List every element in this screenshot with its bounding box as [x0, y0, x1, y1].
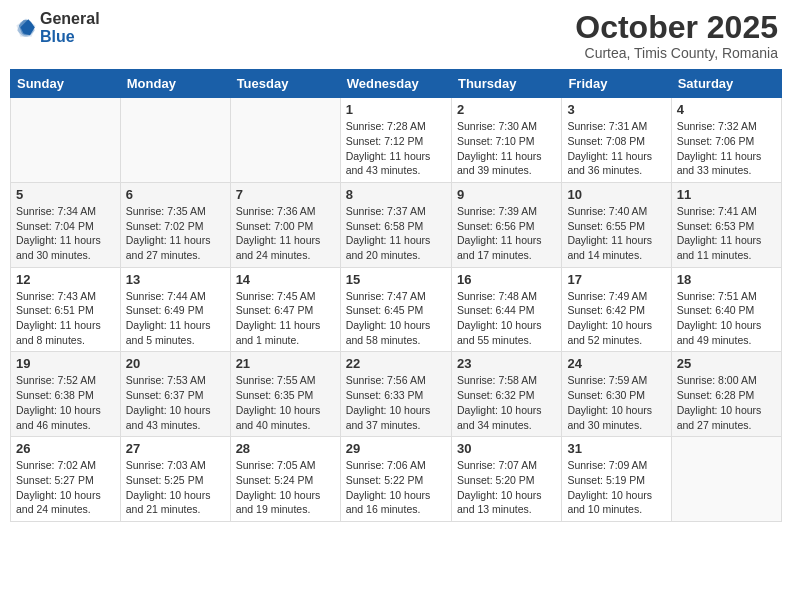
day-info: Sunrise: 7:59 AMSunset: 6:30 PMDaylight:…	[567, 373, 665, 432]
col-monday: Monday	[120, 70, 230, 98]
day-info: Sunrise: 7:44 AMSunset: 6:49 PMDaylight:…	[126, 289, 225, 348]
month-title: October 2025	[575, 10, 778, 45]
day-number: 29	[346, 441, 446, 456]
table-row: 22Sunrise: 7:56 AMSunset: 6:33 PMDayligh…	[340, 352, 451, 437]
day-info: Sunrise: 7:28 AMSunset: 7:12 PMDaylight:…	[346, 119, 446, 178]
col-friday: Friday	[562, 70, 671, 98]
day-info: Sunrise: 7:47 AMSunset: 6:45 PMDaylight:…	[346, 289, 446, 348]
col-saturday: Saturday	[671, 70, 781, 98]
title-section: October 2025 Curtea, Timis County, Roman…	[575, 10, 778, 61]
day-info: Sunrise: 7:52 AMSunset: 6:38 PMDaylight:…	[16, 373, 115, 432]
table-row: 19Sunrise: 7:52 AMSunset: 6:38 PMDayligh…	[11, 352, 121, 437]
day-number: 22	[346, 356, 446, 371]
table-row: 9Sunrise: 7:39 AMSunset: 6:56 PMDaylight…	[451, 182, 561, 267]
calendar-week-row: 1Sunrise: 7:28 AMSunset: 7:12 PMDaylight…	[11, 98, 782, 183]
table-row: 6Sunrise: 7:35 AMSunset: 7:02 PMDaylight…	[120, 182, 230, 267]
day-number: 2	[457, 102, 556, 117]
day-info: Sunrise: 7:40 AMSunset: 6:55 PMDaylight:…	[567, 204, 665, 263]
day-info: Sunrise: 7:48 AMSunset: 6:44 PMDaylight:…	[457, 289, 556, 348]
day-number: 9	[457, 187, 556, 202]
table-row: 27Sunrise: 7:03 AMSunset: 5:25 PMDayligh…	[120, 437, 230, 522]
day-number: 31	[567, 441, 665, 456]
day-number: 11	[677, 187, 776, 202]
day-number: 8	[346, 187, 446, 202]
day-number: 1	[346, 102, 446, 117]
day-number: 4	[677, 102, 776, 117]
table-row: 23Sunrise: 7:58 AMSunset: 6:32 PMDayligh…	[451, 352, 561, 437]
table-row: 31Sunrise: 7:09 AMSunset: 5:19 PMDayligh…	[562, 437, 671, 522]
day-info: Sunrise: 8:00 AMSunset: 6:28 PMDaylight:…	[677, 373, 776, 432]
page-header: General Blue October 2025 Curtea, Timis …	[10, 10, 782, 61]
table-row: 17Sunrise: 7:49 AMSunset: 6:42 PMDayligh…	[562, 267, 671, 352]
day-number: 14	[236, 272, 335, 287]
day-info: Sunrise: 7:31 AMSunset: 7:08 PMDaylight:…	[567, 119, 665, 178]
col-sunday: Sunday	[11, 70, 121, 98]
day-number: 26	[16, 441, 115, 456]
col-tuesday: Tuesday	[230, 70, 340, 98]
table-row: 21Sunrise: 7:55 AMSunset: 6:35 PMDayligh…	[230, 352, 340, 437]
day-info: Sunrise: 7:06 AMSunset: 5:22 PMDaylight:…	[346, 458, 446, 517]
table-row	[671, 437, 781, 522]
day-number: 15	[346, 272, 446, 287]
day-number: 20	[126, 356, 225, 371]
table-row: 7Sunrise: 7:36 AMSunset: 7:00 PMDaylight…	[230, 182, 340, 267]
day-number: 5	[16, 187, 115, 202]
day-number: 10	[567, 187, 665, 202]
day-info: Sunrise: 7:32 AMSunset: 7:06 PMDaylight:…	[677, 119, 776, 178]
table-row: 15Sunrise: 7:47 AMSunset: 6:45 PMDayligh…	[340, 267, 451, 352]
day-info: Sunrise: 7:49 AMSunset: 6:42 PMDaylight:…	[567, 289, 665, 348]
table-row: 14Sunrise: 7:45 AMSunset: 6:47 PMDayligh…	[230, 267, 340, 352]
day-info: Sunrise: 7:39 AMSunset: 6:56 PMDaylight:…	[457, 204, 556, 263]
table-row: 13Sunrise: 7:44 AMSunset: 6:49 PMDayligh…	[120, 267, 230, 352]
day-number: 21	[236, 356, 335, 371]
table-row: 16Sunrise: 7:48 AMSunset: 6:44 PMDayligh…	[451, 267, 561, 352]
day-number: 7	[236, 187, 335, 202]
table-row: 30Sunrise: 7:07 AMSunset: 5:20 PMDayligh…	[451, 437, 561, 522]
day-info: Sunrise: 7:36 AMSunset: 7:00 PMDaylight:…	[236, 204, 335, 263]
table-row: 1Sunrise: 7:28 AMSunset: 7:12 PMDaylight…	[340, 98, 451, 183]
day-number: 24	[567, 356, 665, 371]
table-row: 20Sunrise: 7:53 AMSunset: 6:37 PMDayligh…	[120, 352, 230, 437]
day-info: Sunrise: 7:34 AMSunset: 7:04 PMDaylight:…	[16, 204, 115, 263]
table-row: 11Sunrise: 7:41 AMSunset: 6:53 PMDayligh…	[671, 182, 781, 267]
day-number: 19	[16, 356, 115, 371]
day-number: 25	[677, 356, 776, 371]
logo-blue-text: Blue	[40, 28, 75, 45]
day-info: Sunrise: 7:45 AMSunset: 6:47 PMDaylight:…	[236, 289, 335, 348]
calendar-table: Sunday Monday Tuesday Wednesday Thursday…	[10, 69, 782, 522]
col-thursday: Thursday	[451, 70, 561, 98]
table-row	[120, 98, 230, 183]
day-number: 12	[16, 272, 115, 287]
day-info: Sunrise: 7:30 AMSunset: 7:10 PMDaylight:…	[457, 119, 556, 178]
table-row	[230, 98, 340, 183]
table-row: 18Sunrise: 7:51 AMSunset: 6:40 PMDayligh…	[671, 267, 781, 352]
table-row: 4Sunrise: 7:32 AMSunset: 7:06 PMDaylight…	[671, 98, 781, 183]
table-row: 28Sunrise: 7:05 AMSunset: 5:24 PMDayligh…	[230, 437, 340, 522]
col-wednesday: Wednesday	[340, 70, 451, 98]
day-number: 30	[457, 441, 556, 456]
logo: General Blue	[14, 10, 100, 46]
day-info: Sunrise: 7:02 AMSunset: 5:27 PMDaylight:…	[16, 458, 115, 517]
day-number: 6	[126, 187, 225, 202]
calendar-week-row: 19Sunrise: 7:52 AMSunset: 6:38 PMDayligh…	[11, 352, 782, 437]
day-info: Sunrise: 7:37 AMSunset: 6:58 PMDaylight:…	[346, 204, 446, 263]
day-info: Sunrise: 7:55 AMSunset: 6:35 PMDaylight:…	[236, 373, 335, 432]
day-info: Sunrise: 7:35 AMSunset: 7:02 PMDaylight:…	[126, 204, 225, 263]
logo-general-text: General	[40, 10, 100, 27]
day-info: Sunrise: 7:03 AMSunset: 5:25 PMDaylight:…	[126, 458, 225, 517]
table-row: 3Sunrise: 7:31 AMSunset: 7:08 PMDaylight…	[562, 98, 671, 183]
day-info: Sunrise: 7:51 AMSunset: 6:40 PMDaylight:…	[677, 289, 776, 348]
day-number: 16	[457, 272, 556, 287]
day-info: Sunrise: 7:05 AMSunset: 5:24 PMDaylight:…	[236, 458, 335, 517]
day-number: 13	[126, 272, 225, 287]
day-number: 28	[236, 441, 335, 456]
table-row: 8Sunrise: 7:37 AMSunset: 6:58 PMDaylight…	[340, 182, 451, 267]
day-info: Sunrise: 7:07 AMSunset: 5:20 PMDaylight:…	[457, 458, 556, 517]
table-row	[11, 98, 121, 183]
day-number: 3	[567, 102, 665, 117]
day-info: Sunrise: 7:09 AMSunset: 5:19 PMDaylight:…	[567, 458, 665, 517]
table-row: 29Sunrise: 7:06 AMSunset: 5:22 PMDayligh…	[340, 437, 451, 522]
day-info: Sunrise: 7:53 AMSunset: 6:37 PMDaylight:…	[126, 373, 225, 432]
calendar-week-row: 5Sunrise: 7:34 AMSunset: 7:04 PMDaylight…	[11, 182, 782, 267]
table-row: 12Sunrise: 7:43 AMSunset: 6:51 PMDayligh…	[11, 267, 121, 352]
